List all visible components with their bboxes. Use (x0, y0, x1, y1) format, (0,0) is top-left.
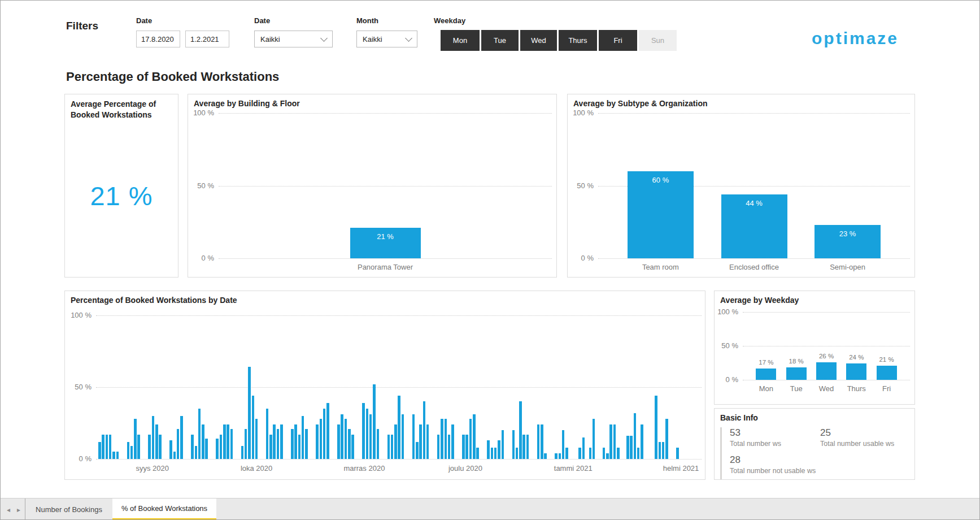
date-bar[interactable] (298, 435, 301, 459)
date-bar[interactable] (112, 452, 115, 459)
date-bar[interactable] (341, 414, 343, 459)
date-bar[interactable] (177, 429, 180, 459)
bar-thurs[interactable] (846, 363, 866, 380)
weekday-button-mon[interactable]: Mon (441, 30, 480, 51)
bar-fri[interactable] (877, 366, 897, 380)
date-bar[interactable] (116, 452, 119, 459)
date-bar[interactable] (394, 424, 397, 459)
date-bar[interactable] (578, 448, 581, 459)
date-bar[interactable] (369, 414, 372, 459)
tab--of-booked-workstations[interactable]: % of Booked Workstations (112, 499, 216, 520)
date-bar[interactable] (565, 448, 568, 459)
date-bar[interactable] (494, 448, 497, 459)
date-bar[interactable] (102, 435, 104, 459)
date-bar[interactable] (555, 453, 557, 459)
date-bar[interactable] (109, 435, 112, 459)
date-bar[interactable] (412, 414, 415, 459)
date-bar[interactable] (337, 424, 340, 459)
date-bar[interactable] (280, 424, 283, 459)
date-bar[interactable] (676, 448, 679, 459)
date-bar[interactable] (526, 435, 529, 459)
date-bar[interactable] (345, 419, 347, 459)
date-bar[interactable] (469, 419, 472, 459)
date-bar[interactable] (223, 424, 226, 459)
bar-tue[interactable] (786, 367, 807, 380)
date-bar[interactable] (537, 424, 540, 459)
date-bar[interactable] (291, 429, 294, 459)
date-bar[interactable] (416, 442, 419, 459)
date-bar[interactable] (127, 442, 130, 459)
weekday-button-tue[interactable]: Tue (481, 30, 519, 51)
next-page-arrow-icon[interactable]: ▸ (14, 499, 23, 520)
date-bar[interactable] (195, 446, 198, 459)
date-bar[interactable] (362, 403, 365, 459)
date-bar[interactable] (266, 409, 269, 459)
date-bar[interactable] (641, 424, 643, 459)
date-bar[interactable] (373, 384, 376, 459)
date-bar[interactable] (589, 448, 592, 459)
date-bar[interactable] (255, 419, 258, 459)
date-bar[interactable] (445, 419, 447, 459)
date-bar[interactable] (98, 442, 101, 459)
date-bar[interactable] (665, 419, 668, 459)
weekday-button-fri[interactable]: Fri (599, 30, 637, 51)
date-bar[interactable] (512, 430, 515, 459)
date-bar[interactable] (637, 448, 640, 459)
date-bar[interactable] (155, 424, 158, 459)
bar-mon[interactable] (756, 369, 776, 380)
date-bar[interactable] (544, 453, 547, 459)
date-bar[interactable] (159, 435, 162, 459)
date-bar[interactable] (662, 442, 665, 459)
date-bar[interactable] (617, 448, 620, 459)
tab-number-of-bookings[interactable]: Number of Bookings (25, 499, 112, 520)
date-bar[interactable] (441, 419, 443, 459)
date-bar[interactable] (498, 440, 500, 459)
weekday-button-sun[interactable]: Sun (639, 30, 677, 51)
date-bar[interactable] (316, 424, 319, 459)
date-bar[interactable] (522, 435, 525, 459)
date-bar[interactable] (169, 440, 172, 459)
date-bar[interactable] (320, 419, 323, 459)
date-bar[interactable] (137, 435, 140, 459)
date-bar[interactable] (502, 430, 504, 459)
date-bar[interactable] (277, 429, 280, 459)
date-bar[interactable] (448, 435, 451, 459)
date-dropdown[interactable]: Kaikki (254, 31, 333, 47)
date-bar[interactable] (216, 439, 219, 459)
date-bar[interactable] (541, 424, 543, 459)
date-bar[interactable] (473, 414, 476, 459)
date-bar[interactable] (655, 396, 657, 459)
date-bar[interactable] (326, 403, 329, 459)
date-bar[interactable] (148, 435, 151, 459)
date-bar[interactable] (348, 429, 351, 459)
date-bar[interactable] (613, 424, 616, 459)
date-bar[interactable] (419, 424, 422, 459)
date-bar[interactable] (402, 414, 404, 459)
date-bar[interactable] (603, 448, 606, 459)
date-bar[interactable] (305, 429, 308, 459)
date-bar[interactable] (626, 436, 629, 459)
date-bar[interactable] (398, 396, 400, 459)
date-bar[interactable] (465, 435, 468, 459)
date-bar[interactable] (252, 396, 255, 459)
date-bar[interactable] (130, 446, 133, 459)
date-bar[interactable] (582, 437, 585, 459)
date-bar[interactable] (269, 435, 272, 459)
date-bar[interactable] (366, 409, 369, 459)
date-bar[interactable] (659, 442, 661, 459)
date-bar[interactable] (173, 452, 176, 459)
date-bar[interactable] (387, 435, 390, 459)
bar-wed[interactable] (816, 362, 837, 380)
date-bar[interactable] (630, 436, 633, 459)
date-to-input[interactable] (185, 31, 229, 47)
date-bar[interactable] (426, 424, 429, 459)
date-bar[interactable] (423, 401, 426, 459)
date-bar[interactable] (248, 367, 251, 459)
date-bar[interactable] (437, 435, 440, 459)
date-bar[interactable] (519, 401, 522, 459)
weekday-button-thurs[interactable]: Thurs (559, 30, 597, 51)
date-bar[interactable] (487, 440, 490, 459)
date-bar[interactable] (220, 435, 223, 459)
prev-page-arrow-icon[interactable]: ◂ (4, 499, 13, 520)
date-bar[interactable] (462, 435, 465, 459)
